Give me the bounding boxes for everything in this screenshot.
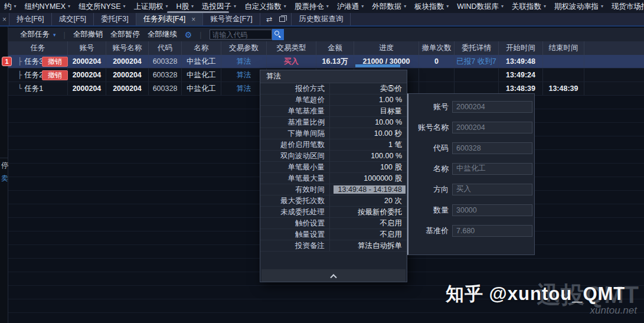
task-filter-dropdown[interactable]: 全部任务▾ [20,30,56,40]
chevron-down-icon: ▾ [123,4,126,9]
name-field[interactable]: 中盐化工 [452,163,532,175]
search-icon [274,31,279,35]
field-label: 单笔基准量 [260,106,330,116]
tab-history-query[interactable]: 历史数据查询 [292,13,351,25]
order-detail-cell [455,68,499,81]
field-label: 下撤单间隔 [260,128,330,139]
chevron-down-icon: ▾ [191,4,194,9]
field-value: 20 次 [330,196,407,206]
col-account[interactable]: 账号 [68,41,106,55]
gutter-divider [0,158,8,158]
field-value: 100.00 % [330,152,407,160]
tab-account-funds[interactable]: 账号资金[F7] [203,13,260,25]
end-time-cell: 13:48:39 [543,82,584,95]
task-label: 任务3 [24,57,43,67]
field-value: 10.00 秒 [330,129,407,139]
order-field-label: 方向 [412,184,449,195]
tab-orders[interactable]: 委托[F3] [94,13,136,25]
popout-window-icon[interactable] [279,17,285,22]
chevron-down-icon: ▾ [284,4,286,9]
menu-item[interactable]: H股▾ [172,2,198,12]
gear-icon[interactable]: ⚙ [185,31,192,39]
field-label: 双向波动区间 [260,151,330,161]
tab-positions[interactable]: 持仓[F6] [9,13,52,25]
account-field[interactable]: 2000204 [452,101,532,113]
col-order-detail[interactable]: 委托详情 [455,41,499,55]
trade-params-link[interactable]: 算法 [221,55,267,68]
col-amount[interactable]: 金额 [316,41,354,55]
close-icon[interactable]: × [0,13,9,25]
menu-item[interactable]: 迅投因子▾ [198,2,240,12]
table-row[interactable]: ├任务3 2000204 2000204 600328 中盐化工 算法 买入 1… [8,55,644,68]
start-time-cell: 13:49:48 [499,55,543,68]
col-trade-params[interactable]: 交易参数 [221,41,267,55]
resume-all-button[interactable]: 全部继续 [148,30,177,40]
chevron-down-icon: ▾ [234,4,236,9]
toolbar-divider: | [64,31,66,39]
field-value: 1.00 % [330,96,407,104]
swap-arrows-icon[interactable]: ⇄ [266,15,272,24]
menu-item[interactable]: 约▾ [0,2,21,12]
chevron-down-icon: ▾ [446,4,449,9]
col-end-time[interactable]: 结束时间 [543,41,584,55]
account-name-field[interactable]: 2000204 [452,122,532,133]
field-label: 单笔最小量 [260,162,330,172]
field-value: 不启用 [330,230,407,240]
menu-item[interactable]: 关联指数▾ [508,2,550,12]
col-start-time[interactable]: 开始时间 [499,41,543,55]
chevron-down-icon: ▾ [68,4,70,9]
chevron-down-icon: ▾ [166,4,168,9]
code-field[interactable]: 600328 [452,142,532,154]
menu-item[interactable]: 外部数据▾ [368,2,410,12]
field-label: 基准量比例 [260,117,330,128]
menu-item[interactable]: 自定义指数▾ [240,2,290,12]
menu-item[interactable]: 纽约NYMEX▾ [21,2,74,12]
order-detail-cell[interactable]: 已报7 收到7 [455,55,499,68]
notification-badge[interactable]: 1 [2,57,12,66]
menu-item[interactable]: 期权波动率指▾ [550,2,607,12]
pause-all-button[interactable]: 全部暂停 [110,30,140,40]
field-value-highlighted: 13:49:48 - 14:19:48 [334,185,406,194]
trade-type-cell: 买入 [267,55,316,68]
task-table-header: 任务 账号 账号名称 代码 名称 交易参数 交易类型 金额 进度 撤单次数 委托… [8,41,644,55]
end-time-cell [543,68,584,81]
menu-item[interactable]: 板块指数▾ [410,2,453,12]
chevron-down-icon: ▾ [501,4,504,9]
col-account-name[interactable]: 账号名称 [106,41,149,55]
chevron-down-icon: ▾ [14,4,17,9]
col-progress[interactable]: 进度 [354,41,419,55]
order-detail-panel: 账号2000204 账号名称2000204 代码600328 名称中盐化工 方向… [407,93,535,255]
menu-item[interactable]: 纽交所NYSE▾ [74,2,130,12]
close-icon[interactable]: × [191,15,195,24]
base-price-field[interactable]: 7.680 [452,225,532,237]
task-label: 任务2 [24,70,43,80]
chevron-down-icon: ▾ [404,4,406,9]
search-button[interactable] [272,29,284,40]
field-value: 不启用 [330,218,407,229]
col-name[interactable]: 名称 [182,41,221,55]
direction-field[interactable]: 买入 [452,184,532,195]
account-cell: 2000204 [68,68,106,81]
menu-item[interactable]: WIND数据库▾ [453,2,508,12]
menu-item[interactable]: 沪港通▾ [333,2,368,12]
field-value: 100 股 [330,162,407,172]
menu-item[interactable]: 股票持仓▾ [290,2,333,12]
actions-cell: 撤销 [584,68,644,81]
col-actions [584,41,644,55]
tab-task-list[interactable]: 任务列表[F4]× [136,13,204,25]
name-cell: 中盐化工 [182,82,221,95]
col-code[interactable]: 代码 [149,41,182,55]
col-trade-type[interactable]: 交易类型 [267,41,316,55]
chevron-down-icon: ▾ [601,4,603,9]
menu-item[interactable]: 现货市场指数▾ [607,2,644,12]
col-cancel-count[interactable]: 撤单次数 [419,41,455,55]
chevron-down-icon: ▾ [326,4,329,9]
tab-trades[interactable]: 成交[F5] [52,13,94,25]
code-search-input[interactable] [210,30,272,40]
menu-item[interactable]: 上证期权▾ [130,2,172,12]
col-task[interactable]: 任务 [8,41,68,55]
collapse-button[interactable] [261,269,406,282]
order-field-label: 数量 [412,205,449,216]
quantity-field[interactable]: 30000 [452,204,532,216]
cancel-all-button[interactable]: 全部撤销 [73,30,103,40]
